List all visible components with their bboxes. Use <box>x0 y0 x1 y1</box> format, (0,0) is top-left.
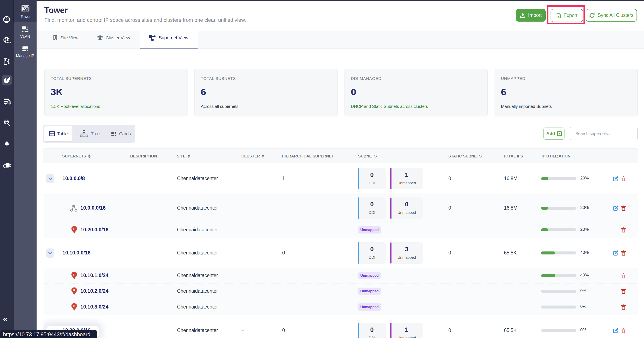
svg-text:IP: IP <box>73 273 76 276</box>
svg-text:DNS: DNS <box>6 41 11 44</box>
svg-text:IP: IP <box>73 228 76 231</box>
svg-text:IP: IP <box>73 289 76 292</box>
svg-text:IP: IP <box>73 305 76 308</box>
